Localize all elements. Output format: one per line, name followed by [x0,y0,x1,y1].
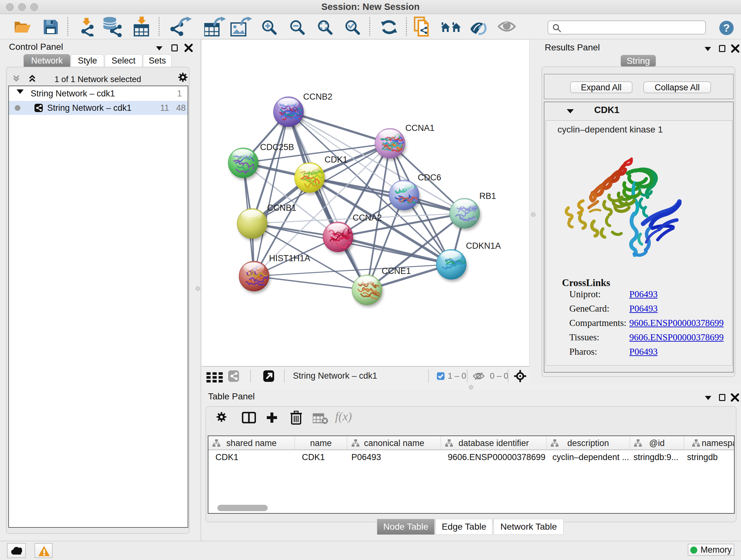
svg-text:CDC6: CDC6 [418,173,441,182]
svg-text:RB1: RB1 [479,191,496,201]
svg-text:CCNA2: CCNA2 [353,213,382,223]
svg-text:CDK1: CDK1 [325,155,347,165]
svg-text:CDC25B: CDC25B [260,142,294,152]
svg-text:HIST1H1A: HIST1H1A [269,253,310,263]
svg-text:CCNA1: CCNA1 [405,123,434,133]
svg-text:CDKN1A: CDKN1A [466,241,501,251]
svg-text:CCNB2: CCNB2 [303,92,333,102]
svg-text:CCNB1: CCNB1 [267,203,296,212]
svg-text:CCNE1: CCNE1 [382,266,411,276]
